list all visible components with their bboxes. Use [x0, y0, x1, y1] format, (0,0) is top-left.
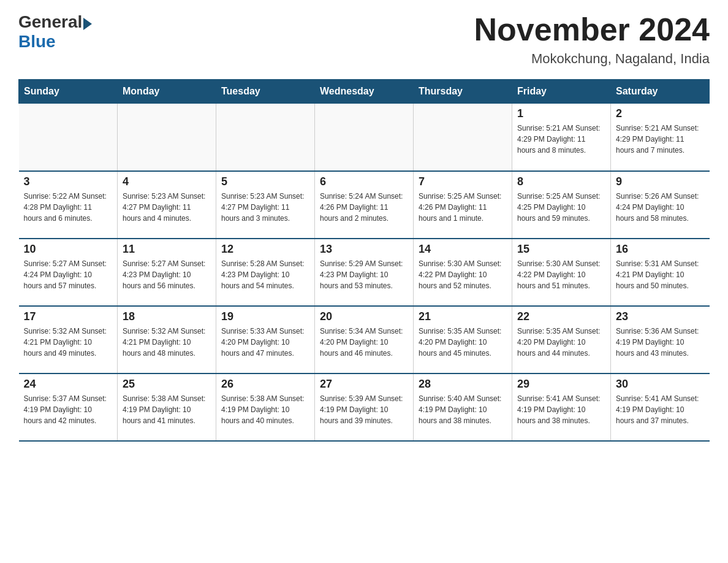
- week-row-2: 3Sunrise: 5:22 AM Sunset: 4:28 PM Daylig…: [19, 171, 710, 239]
- day-info: Sunrise: 5:36 AM Sunset: 4:19 PM Dayligh…: [616, 326, 705, 359]
- weekday-monday: Monday: [118, 80, 216, 104]
- calendar-cell: 1Sunrise: 5:21 AM Sunset: 4:29 PM Daylig…: [512, 104, 611, 171]
- day-number: 13: [320, 243, 408, 256]
- calendar-cell: 22Sunrise: 5:35 AM Sunset: 4:20 PM Dayli…: [512, 306, 611, 373]
- logo-blue-text: Blue: [18, 32, 56, 52]
- day-info: Sunrise: 5:35 AM Sunset: 4:20 PM Dayligh…: [517, 326, 605, 359]
- day-info: Sunrise: 5:25 AM Sunset: 4:25 PM Dayligh…: [517, 191, 605, 224]
- day-number: 30: [616, 378, 705, 391]
- day-info: Sunrise: 5:23 AM Sunset: 4:27 PM Dayligh…: [123, 191, 211, 224]
- day-info: Sunrise: 5:21 AM Sunset: 4:29 PM Dayligh…: [517, 123, 605, 156]
- day-info: Sunrise: 5:26 AM Sunset: 4:24 PM Dayligh…: [616, 191, 705, 224]
- calendar-cell: 18Sunrise: 5:32 AM Sunset: 4:21 PM Dayli…: [118, 306, 216, 373]
- calendar-cell: 26Sunrise: 5:38 AM Sunset: 4:19 PM Dayli…: [216, 373, 315, 441]
- calendar-cell: 16Sunrise: 5:31 AM Sunset: 4:21 PM Dayli…: [611, 239, 710, 306]
- day-number: 19: [221, 310, 309, 323]
- day-number: 28: [419, 378, 507, 391]
- calendar-body: 1Sunrise: 5:21 AM Sunset: 4:29 PM Daylig…: [19, 104, 710, 441]
- calendar-cell: 24Sunrise: 5:37 AM Sunset: 4:19 PM Dayli…: [19, 373, 118, 441]
- calendar-cell: 7Sunrise: 5:25 AM Sunset: 4:26 PM Daylig…: [414, 171, 512, 239]
- calendar-cell: 17Sunrise: 5:32 AM Sunset: 4:21 PM Dayli…: [19, 306, 118, 373]
- logo: General Blue: [18, 12, 92, 52]
- day-info: Sunrise: 5:39 AM Sunset: 4:19 PM Dayligh…: [320, 393, 408, 426]
- day-info: Sunrise: 5:35 AM Sunset: 4:20 PM Dayligh…: [419, 326, 507, 359]
- day-number: 6: [320, 175, 408, 188]
- day-number: 21: [419, 310, 507, 323]
- day-number: 7: [419, 175, 507, 188]
- day-number: 4: [123, 175, 211, 188]
- day-number: 3: [24, 175, 113, 188]
- week-row-4: 17Sunrise: 5:32 AM Sunset: 4:21 PM Dayli…: [19, 306, 710, 373]
- page-header: General Blue November 2024 Mokokchung, N…: [18, 12, 710, 67]
- day-info: Sunrise: 5:33 AM Sunset: 4:20 PM Dayligh…: [221, 326, 309, 359]
- day-info: Sunrise: 5:30 AM Sunset: 4:22 PM Dayligh…: [517, 258, 605, 291]
- day-number: 16: [616, 243, 705, 256]
- day-info: Sunrise: 5:21 AM Sunset: 4:29 PM Dayligh…: [616, 123, 705, 156]
- day-number: 12: [221, 243, 309, 256]
- calendar-cell: 27Sunrise: 5:39 AM Sunset: 4:19 PM Dayli…: [315, 373, 414, 441]
- calendar-cell: 12Sunrise: 5:28 AM Sunset: 4:23 PM Dayli…: [216, 239, 315, 306]
- title-block: November 2024 Mokokchung, Nagaland, Indi…: [474, 12, 710, 67]
- calendar-cell: 4Sunrise: 5:23 AM Sunset: 4:27 PM Daylig…: [118, 171, 216, 239]
- calendar-cell: [414, 104, 512, 171]
- month-title: November 2024: [474, 12, 710, 47]
- calendar-cell: 2Sunrise: 5:21 AM Sunset: 4:29 PM Daylig…: [611, 104, 710, 171]
- calendar-cell: 28Sunrise: 5:40 AM Sunset: 4:19 PM Dayli…: [414, 373, 512, 441]
- day-info: Sunrise: 5:41 AM Sunset: 4:19 PM Dayligh…: [616, 393, 705, 426]
- weekday-header-row: SundayMondayTuesdayWednesdayThursdayFrid…: [19, 80, 710, 104]
- day-info: Sunrise: 5:41 AM Sunset: 4:19 PM Dayligh…: [517, 393, 605, 426]
- day-number: 11: [123, 243, 211, 256]
- week-row-3: 10Sunrise: 5:27 AM Sunset: 4:24 PM Dayli…: [19, 239, 710, 306]
- calendar-cell: 25Sunrise: 5:38 AM Sunset: 4:19 PM Dayli…: [118, 373, 216, 441]
- calendar-header: SundayMondayTuesdayWednesdayThursdayFrid…: [19, 80, 710, 104]
- calendar-cell: 5Sunrise: 5:23 AM Sunset: 4:27 PM Daylig…: [216, 171, 315, 239]
- day-number: 2: [616, 107, 705, 120]
- day-number: 1: [517, 107, 605, 120]
- calendar-cell: 29Sunrise: 5:41 AM Sunset: 4:19 PM Dayli…: [512, 373, 611, 441]
- calendar-cell: 6Sunrise: 5:24 AM Sunset: 4:26 PM Daylig…: [315, 171, 414, 239]
- weekday-thursday: Thursday: [414, 80, 512, 104]
- calendar-cell: 21Sunrise: 5:35 AM Sunset: 4:20 PM Dayli…: [414, 306, 512, 373]
- calendar-cell: 8Sunrise: 5:25 AM Sunset: 4:25 PM Daylig…: [512, 171, 611, 239]
- day-number: 26: [221, 378, 309, 391]
- day-number: 24: [24, 378, 113, 391]
- calendar-cell: 14Sunrise: 5:30 AM Sunset: 4:22 PM Dayli…: [414, 239, 512, 306]
- week-row-1: 1Sunrise: 5:21 AM Sunset: 4:29 PM Daylig…: [19, 104, 710, 171]
- calendar-cell: 13Sunrise: 5:29 AM Sunset: 4:23 PM Dayli…: [315, 239, 414, 306]
- day-info: Sunrise: 5:30 AM Sunset: 4:22 PM Dayligh…: [419, 258, 507, 291]
- day-number: 18: [123, 310, 211, 323]
- day-info: Sunrise: 5:37 AM Sunset: 4:19 PM Dayligh…: [24, 393, 113, 426]
- weekday-wednesday: Wednesday: [315, 80, 414, 104]
- day-info: Sunrise: 5:32 AM Sunset: 4:21 PM Dayligh…: [24, 326, 113, 359]
- day-number: 29: [517, 378, 605, 391]
- day-number: 8: [517, 175, 605, 188]
- day-number: 10: [24, 243, 113, 256]
- day-info: Sunrise: 5:27 AM Sunset: 4:24 PM Dayligh…: [24, 258, 113, 291]
- day-info: Sunrise: 5:40 AM Sunset: 4:19 PM Dayligh…: [419, 393, 507, 426]
- weekday-tuesday: Tuesday: [216, 80, 315, 104]
- calendar-cell: 30Sunrise: 5:41 AM Sunset: 4:19 PM Dayli…: [611, 373, 710, 441]
- calendar-table: SundayMondayTuesdayWednesdayThursdayFrid…: [18, 79, 710, 442]
- week-row-5: 24Sunrise: 5:37 AM Sunset: 4:19 PM Dayli…: [19, 373, 710, 441]
- calendar-cell: 3Sunrise: 5:22 AM Sunset: 4:28 PM Daylig…: [19, 171, 118, 239]
- day-info: Sunrise: 5:34 AM Sunset: 4:20 PM Dayligh…: [320, 326, 408, 359]
- calendar-cell: 19Sunrise: 5:33 AM Sunset: 4:20 PM Dayli…: [216, 306, 315, 373]
- day-number: 25: [123, 378, 211, 391]
- day-info: Sunrise: 5:28 AM Sunset: 4:23 PM Dayligh…: [221, 258, 309, 291]
- location-title: Mokokchung, Nagaland, India: [474, 51, 710, 67]
- logo-arrow-icon: [83, 18, 92, 30]
- calendar-cell: [315, 104, 414, 171]
- calendar-cell: 11Sunrise: 5:27 AM Sunset: 4:23 PM Dayli…: [118, 239, 216, 306]
- day-number: 5: [221, 175, 309, 188]
- weekday-sunday: Sunday: [19, 80, 118, 104]
- weekday-friday: Friday: [512, 80, 611, 104]
- calendar-cell: 20Sunrise: 5:34 AM Sunset: 4:20 PM Dayli…: [315, 306, 414, 373]
- calendar-cell: 23Sunrise: 5:36 AM Sunset: 4:19 PM Dayli…: [611, 306, 710, 373]
- day-info: Sunrise: 5:38 AM Sunset: 4:19 PM Dayligh…: [123, 393, 211, 426]
- day-number: 20: [320, 310, 408, 323]
- weekday-saturday: Saturday: [611, 80, 710, 104]
- day-number: 9: [616, 175, 705, 188]
- day-info: Sunrise: 5:24 AM Sunset: 4:26 PM Dayligh…: [320, 191, 408, 224]
- calendar-cell: 15Sunrise: 5:30 AM Sunset: 4:22 PM Dayli…: [512, 239, 611, 306]
- day-number: 22: [517, 310, 605, 323]
